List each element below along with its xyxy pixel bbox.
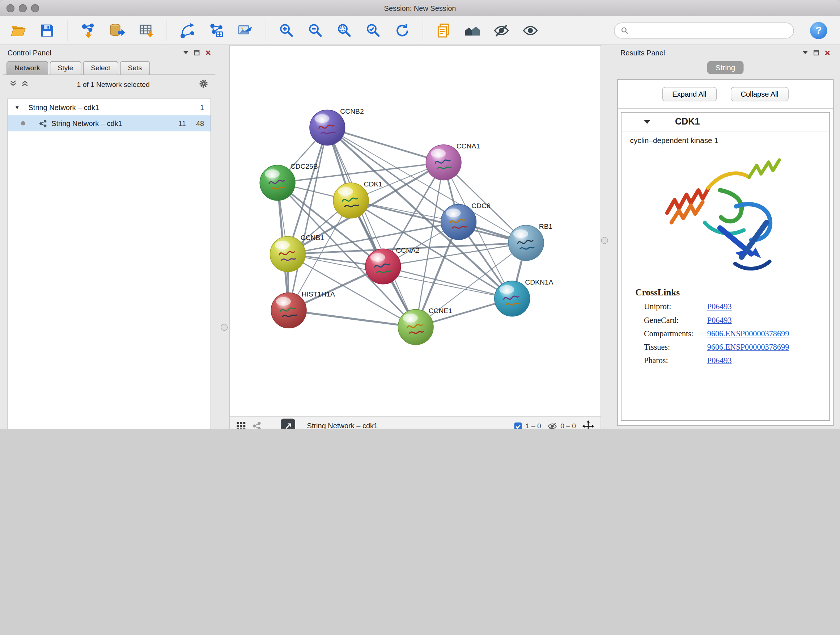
network-node[interactable]: CCNE1 (398, 307, 452, 345)
share-icon (253, 421, 262, 429)
crosslink-label: Compartments: (644, 329, 707, 338)
expand-all-button[interactable]: Expand All (662, 87, 717, 101)
zoom-in-button[interactable] (276, 19, 297, 41)
gene-description: cyclin–dependent kinase 1 (622, 131, 829, 145)
gear-icon[interactable] (198, 78, 209, 90)
help-button[interactable]: ? (810, 22, 827, 39)
network-node[interactable]: CDK1 (333, 180, 382, 218)
selected-nodes-count: 1 – 0 (514, 422, 541, 429)
panel-menu-icon[interactable] (183, 50, 188, 55)
network-edge[interactable] (289, 310, 416, 327)
network-edge[interactable] (289, 127, 327, 310)
node-label: CDKN1A (525, 279, 553, 286)
string-network-icon (39, 119, 47, 127)
expand-all-networks-icon[interactable] (21, 80, 28, 89)
network-collection-row[interactable]: ▼ String Network – cdk1 1 (8, 99, 210, 115)
node-label: HIST1H1A (302, 290, 335, 298)
crosslink-link[interactable]: P06493 (707, 302, 732, 311)
import-network-icon (80, 22, 96, 38)
import-network-file-button[interactable] (78, 19, 99, 41)
network-node[interactable]: CDC25B (260, 163, 317, 200)
crosslink-link[interactable]: P06493 (707, 316, 732, 325)
crosslink-label: GeneCard: (644, 316, 707, 325)
crosslink-row: Compartments: 9606.ENSP00000378699 (644, 329, 829, 338)
node-label: CCNA1 (456, 142, 480, 150)
control-panel-tabs: Network Style Select Sets (3, 59, 215, 75)
network-node[interactable]: CCNB2 (309, 108, 364, 145)
network-row[interactable]: String Network – cdk1 11 48 (8, 115, 210, 131)
zoom-fit-button[interactable] (334, 19, 355, 41)
zoom-in-icon (279, 22, 294, 38)
documents-icon (436, 22, 452, 38)
tab-style[interactable]: Style (50, 61, 81, 74)
panel-menu-icon[interactable] (802, 50, 808, 55)
string-results-tab[interactable]: String (707, 61, 744, 74)
network-node[interactable]: CCNA1 (426, 142, 480, 180)
tab-sets[interactable]: Sets (120, 61, 150, 74)
show-selected-button[interactable] (519, 19, 541, 41)
collection-label: String Network – cdk1 (28, 103, 186, 111)
current-network-name: String Network – cdk1 (307, 422, 378, 429)
pan-mode-button[interactable] (583, 420, 594, 429)
crosslinks-section: CrossLinks Uniprot: P06493 GeneCard: P06… (622, 282, 829, 365)
image-export-icon (237, 22, 253, 38)
right-splitter-handle[interactable] (601, 237, 608, 244)
crosslink-link[interactable]: P06493 (707, 356, 732, 365)
window-title: Session: New Session (0, 4, 840, 12)
eye-slash-icon (493, 22, 509, 38)
window-close-button[interactable] (6, 4, 14, 12)
tab-select[interactable]: Select (83, 61, 118, 74)
network-canvas[interactable]: CCNB2CCNA1CDC25BCDK1CDC6RB1CCNB1CCNA2CDK… (230, 46, 600, 416)
apply-preferred-layout-button[interactable] (392, 19, 413, 41)
export-network-image-button[interactable] (235, 19, 256, 41)
window-minimize-button[interactable] (19, 4, 27, 12)
panel-float-icon[interactable] (194, 50, 200, 55)
network-view[interactable]: CCNB2CCNA1CDC25BCDK1CDC6RB1CCNB1CCNA2CDK… (229, 45, 601, 429)
panel-close-icon[interactable] (205, 50, 211, 55)
import-network-database-button[interactable] (107, 19, 128, 41)
network-share-view-button[interactable] (253, 421, 262, 429)
gene-entry: CDK1 cyclin–dependent kinase 1 (621, 112, 830, 421)
entry-disclosure-icon[interactable] (644, 118, 651, 126)
collapse-all-button[interactable]: Collapse All (730, 87, 789, 101)
hidden-nodes-count: 0 – 0 (548, 421, 576, 429)
import-table-file-button[interactable] (136, 19, 157, 41)
hide-selected-button[interactable] (491, 19, 512, 41)
grid-view-button[interactable] (236, 421, 246, 429)
first-neighbors-button[interactable] (177, 19, 198, 41)
left-splitter-handle[interactable] (221, 324, 227, 331)
zoom-selected-button[interactable] (363, 19, 384, 41)
open-session-button[interactable] (8, 19, 29, 41)
crosslinks-title: CrossLinks (635, 287, 829, 298)
eye-icon (523, 22, 538, 38)
zoom-out-button[interactable] (305, 19, 326, 41)
panel-float-icon[interactable] (813, 50, 819, 55)
window-zoom-button[interactable] (31, 4, 39, 12)
node-label: CCNB2 (340, 108, 363, 115)
network-node[interactable]: CDC6 (441, 202, 491, 240)
network-arrows-icon (180, 22, 195, 38)
new-network-from-selection-button[interactable] (206, 19, 227, 41)
network-node[interactable]: CDKN1A (494, 279, 554, 316)
network-node[interactable]: RB1 (508, 223, 553, 260)
disclosure-triangle-icon[interactable]: ▼ (14, 104, 24, 110)
panel-close-icon[interactable] (824, 50, 830, 55)
collapse-all-networks-icon[interactable] (10, 80, 17, 89)
birds-eye-view-button[interactable] (281, 419, 295, 429)
database-import-icon (109, 22, 125, 38)
search-box[interactable] (614, 22, 794, 38)
crosslink-link[interactable]: 9606.ENSP00000378699 (707, 342, 789, 352)
search-input[interactable] (633, 26, 787, 35)
external-arrow-icon (284, 422, 292, 429)
save-session-button[interactable] (36, 19, 58, 41)
network-edge[interactable] (327, 127, 416, 327)
home-button[interactable] (462, 19, 483, 41)
crosslink-link[interactable]: 9606.ENSP00000378699 (707, 329, 789, 338)
duplicate-page-button[interactable] (433, 19, 454, 41)
network-node[interactable]: HIST1H1A (271, 290, 335, 328)
checkbox-icon (514, 422, 523, 429)
tab-network[interactable]: Network (6, 61, 48, 74)
crosslink-row: Tissues: 9606.ENSP00000378699 (644, 342, 829, 352)
control-panel: Control Panel Network Style Select Sets … (3, 46, 215, 429)
protein-structure-image (655, 147, 796, 282)
